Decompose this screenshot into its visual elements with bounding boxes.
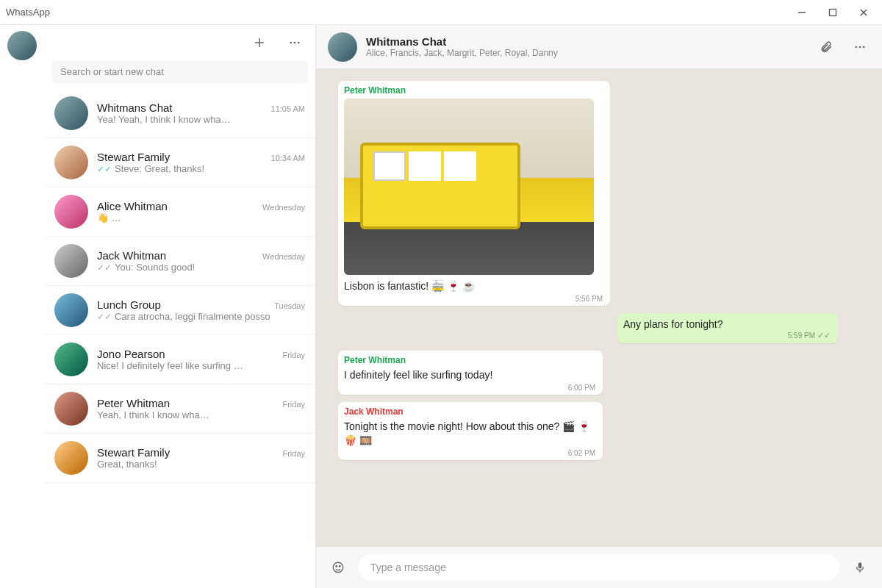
window-controls bbox=[789, 3, 876, 22]
chat-body[interactable]: Peter Whitman Lisbon is fantastic! 🚋 🍷 ☕… bbox=[316, 69, 882, 546]
chat-name: Stewart Family bbox=[97, 151, 170, 163]
message-time: 6:00 PM bbox=[568, 384, 595, 392]
svg-point-10 bbox=[859, 46, 861, 48]
chat-time: Friday bbox=[282, 351, 305, 359]
chat-item-peter[interactable]: Peter Whitman Friday Yeah, I think I kno… bbox=[44, 384, 315, 434]
window-title: WhatsApp bbox=[6, 7, 50, 18]
chat-preview: Great, thanks! bbox=[97, 459, 305, 470]
chat-name: Alice Whitman bbox=[97, 200, 168, 212]
chat-menu-button[interactable] bbox=[850, 37, 870, 57]
message-text: I definitely feel like surfing today! bbox=[344, 368, 597, 383]
chat-preview: ✓✓Steve: Great, thanks! bbox=[97, 163, 305, 174]
my-avatar[interactable] bbox=[7, 31, 37, 60]
chat-avatar bbox=[54, 441, 88, 475]
chat-preview: ✓✓Cara atrocha, leggi finalmente posso bbox=[97, 311, 305, 322]
sent-ticks-icon: ✓✓ bbox=[97, 262, 112, 273]
chat-name: Peter Whitman bbox=[97, 397, 170, 409]
chat-avatar bbox=[54, 96, 88, 130]
chat-preview: ✓✓You: Sounds good! bbox=[97, 262, 305, 273]
chat-time: Wednesday bbox=[262, 203, 305, 212]
chat-avatar bbox=[54, 244, 88, 278]
chat-preview: Yeah, I think I know wha… bbox=[97, 409, 305, 420]
svg-point-6 bbox=[290, 42, 292, 44]
message-image[interactable] bbox=[344, 98, 594, 275]
chat-header[interactable]: Whitmans Chat Alice, Francis, Jack, Marg… bbox=[316, 25, 882, 69]
chat-pane: Whitmans Chat Alice, Francis, Jack, Marg… bbox=[316, 25, 882, 588]
chat-name: Stewart Family bbox=[97, 446, 170, 459]
svg-rect-15 bbox=[859, 571, 861, 573]
message-sender: Jack Whitman bbox=[344, 406, 597, 417]
chat-time: Friday bbox=[282, 449, 305, 458]
titlebar: WhatsApp bbox=[0, 0, 882, 25]
group-avatar[interactable] bbox=[328, 32, 357, 62]
chat-avatar bbox=[54, 146, 88, 179]
sent-ticks-icon: ✓✓ bbox=[97, 312, 112, 322]
chat-title: Whitmans Chat bbox=[366, 35, 807, 48]
chat-name: Lunch Group bbox=[97, 298, 161, 311]
chat-item-jono[interactable]: Jono Pearson Friday Nice! I definitely f… bbox=[44, 335, 315, 384]
chat-name: Jack Whitman bbox=[97, 249, 166, 262]
svg-point-13 bbox=[336, 566, 337, 567]
message-in[interactable]: Jack Whitman Tonight is the movie night!… bbox=[338, 402, 603, 460]
chat-avatar bbox=[54, 343, 88, 376]
message-out[interactable]: Any plans for tonight? 5:59 PM✓✓ bbox=[617, 313, 838, 344]
message-text: Tonight is the movie night! How about th… bbox=[344, 420, 597, 448]
message-time: 6:02 PM bbox=[568, 449, 595, 457]
maximize-button[interactable] bbox=[820, 3, 845, 22]
svg-point-9 bbox=[855, 46, 857, 48]
mic-button[interactable] bbox=[850, 557, 870, 578]
chat-avatar bbox=[54, 195, 88, 229]
chat-item-whitmans[interactable]: Whitmans Chat 11:05 AM Yea! Yeah, I thin… bbox=[44, 89, 315, 138]
chat-preview: Yea! Yeah, I think I know wha… bbox=[97, 114, 305, 125]
chat-name: Jono Pearson bbox=[97, 348, 165, 360]
svg-point-12 bbox=[333, 562, 343, 573]
chat-list: Whitmans Chat 11:05 AM Yea! Yeah, I thin… bbox=[44, 89, 315, 588]
close-button[interactable] bbox=[851, 3, 876, 22]
message-time: 5:59 PM✓✓ bbox=[788, 331, 831, 340]
message-input[interactable]: Type a message bbox=[359, 554, 839, 581]
search-input[interactable]: Search or start new chat bbox=[51, 60, 308, 83]
message-time: 5:56 PM bbox=[576, 295, 603, 303]
chat-item-stewart[interactable]: Stewart Family 10:34 AM ✓✓Steve: Great, … bbox=[44, 138, 315, 187]
message-in[interactable]: Peter Whitman I definitely feel like sur… bbox=[338, 351, 603, 395]
chat-preview: 👋 … bbox=[97, 212, 305, 223]
read-ticks-icon: ✓✓ bbox=[97, 164, 112, 174]
new-chat-button[interactable] bbox=[249, 32, 270, 53]
sidebar: Search or start new chat Whitmans Chat 1… bbox=[0, 25, 316, 588]
chat-time: 11:05 AM bbox=[271, 104, 305, 113]
chat-time: Wednesday bbox=[262, 252, 305, 261]
emoji-button[interactable] bbox=[328, 557, 348, 578]
chat-item-lunch[interactable]: Lunch Group Tuesday ✓✓Cara atrocha, legg… bbox=[44, 286, 315, 335]
read-ticks-icon: ✓✓ bbox=[817, 331, 831, 340]
svg-point-14 bbox=[340, 566, 341, 567]
chat-item-alice[interactable]: Alice Whitman Wednesday 👋 … bbox=[44, 187, 315, 237]
chat-time: Friday bbox=[282, 400, 305, 409]
attach-button[interactable] bbox=[816, 37, 836, 57]
message-text: Lisbon is fantastic! 🚋 🍷 ☕ bbox=[344, 279, 604, 294]
minimize-button[interactable] bbox=[789, 3, 814, 22]
chat-time: 10:34 AM bbox=[271, 154, 305, 162]
message-sender: Peter Whitman bbox=[344, 355, 597, 365]
chat-subtitle: Alice, Francis, Jack, Margrit, Peter, Ro… bbox=[366, 48, 807, 58]
message-sender: Peter Whitman bbox=[344, 85, 604, 96]
chat-time: Tuesday bbox=[274, 301, 305, 310]
svg-point-11 bbox=[863, 46, 865, 48]
more-menu-button[interactable] bbox=[284, 32, 305, 53]
chat-avatar bbox=[54, 293, 88, 327]
message-in[interactable]: Peter Whitman Lisbon is fantastic! 🚋 🍷 ☕… bbox=[338, 81, 610, 306]
svg-rect-1 bbox=[830, 9, 836, 15]
chat-item-stewart2[interactable]: Stewart Family Friday Great, thanks! bbox=[44, 434, 315, 483]
sidebar-left-strip bbox=[0, 25, 44, 588]
chat-avatar bbox=[54, 392, 88, 426]
chat-name: Whitmans Chat bbox=[97, 101, 173, 114]
chat-preview: Nice! I definitely feel like surfing … bbox=[97, 360, 305, 371]
message-text: Any plans for tonight? bbox=[623, 318, 832, 332]
svg-point-8 bbox=[298, 42, 300, 44]
chat-item-jack[interactable]: Jack Whitman Wednesday ✓✓You: Sounds goo… bbox=[44, 237, 315, 286]
chat-input-bar: Type a message bbox=[316, 546, 882, 588]
svg-point-7 bbox=[294, 42, 296, 44]
